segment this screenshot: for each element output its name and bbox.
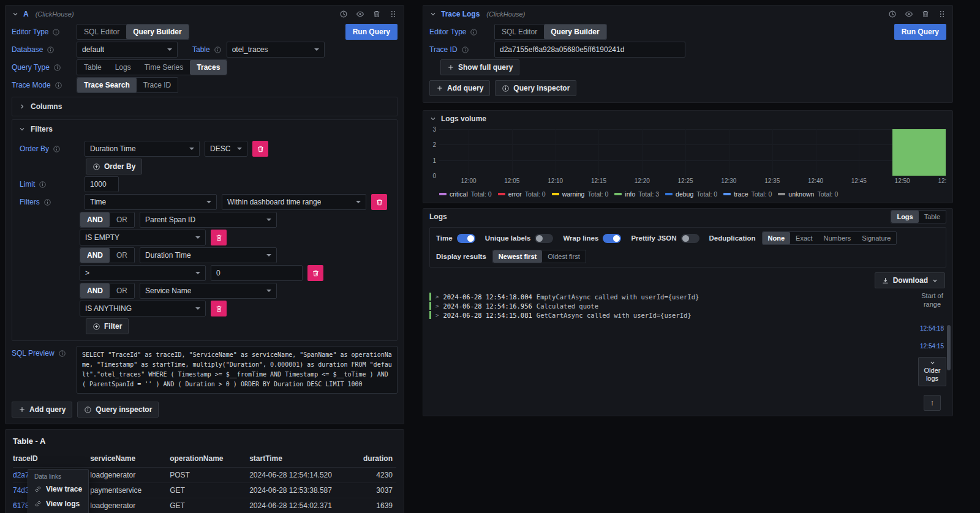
chevron-down-icon[interactable]	[429, 115, 437, 122]
sql-editor-option[interactable]: SQL Editor	[77, 24, 126, 39]
query-inspector-button[interactable]: Query inspector	[77, 402, 159, 418]
legend-item[interactable]: infoTotal: 3	[614, 190, 659, 198]
remove-condition-button[interactable]	[211, 230, 227, 245]
column-header-servicename[interactable]: serviceName	[90, 451, 170, 468]
filters-section-header[interactable]: Filters	[12, 120, 397, 138]
column-header-traceid[interactable]: traceID	[13, 451, 90, 468]
scrollbar-thumb[interactable]	[947, 325, 951, 370]
trash-icon[interactable]	[921, 10, 930, 18]
info-icon[interactable]	[53, 64, 61, 72]
logs-view-option[interactable]: Logs	[891, 211, 918, 223]
add-query-button[interactable]: Add query	[12, 402, 72, 418]
query-type-timeseries[interactable]: Time Series	[138, 60, 190, 75]
query-inspector-button[interactable]: Query inspector	[495, 80, 576, 96]
legend-item[interactable]: traceTotal: 0	[723, 190, 772, 198]
condition-field-select[interactable]: Parent Span ID	[140, 212, 277, 228]
view-logs-menu-item[interactable]: View logs	[28, 496, 88, 511]
eye-icon[interactable]	[356, 10, 364, 18]
collapse-chevron-icon[interactable]	[12, 10, 19, 18]
legend-item[interactable]: criticalTotal: 0	[439, 190, 492, 198]
legend-item[interactable]: unknownTotal: 0	[778, 190, 838, 198]
run-query-button[interactable]: Run Query	[894, 24, 946, 40]
collapse-chevron-icon[interactable]	[429, 10, 437, 18]
condition-value-input[interactable]	[211, 265, 303, 281]
condition-field-select[interactable]: Duration Time	[140, 247, 277, 263]
remove-order-by-button[interactable]	[252, 141, 268, 157]
eye-icon[interactable]	[905, 10, 913, 18]
info-icon[interactable]	[53, 145, 61, 153]
order-by-field-select[interactable]: Duration Time	[85, 141, 200, 157]
remove-condition-button[interactable]	[307, 265, 323, 281]
database-select[interactable]: default	[77, 42, 178, 58]
download-button[interactable]: Download	[875, 272, 945, 288]
log-row[interactable]: > 2024-06-28 12:54:16.956 Calculated quo…	[429, 301, 914, 310]
legend-item[interactable]: warningTotal: 0	[552, 190, 609, 198]
query-builder-option[interactable]: Query Builder	[544, 24, 606, 39]
or-option[interactable]: OR	[110, 212, 134, 227]
query-type-logs[interactable]: Logs	[108, 60, 138, 75]
order-by-direction-select[interactable]: DESC	[205, 141, 247, 157]
column-header-operationname[interactable]: operationName	[170, 451, 249, 468]
column-header-starttime[interactable]: startTime	[249, 451, 355, 468]
info-icon[interactable]	[55, 81, 62, 89]
info-icon[interactable]	[39, 181, 47, 189]
column-header-duration[interactable]: duration	[355, 451, 396, 468]
log-timestamp-marker[interactable]: 12:54:18	[920, 325, 944, 332]
sql-editor-option[interactable]: SQL Editor	[495, 24, 544, 39]
info-icon[interactable]	[52, 28, 60, 36]
info-icon[interactable]	[470, 28, 478, 36]
remove-filter-button[interactable]	[371, 194, 387, 210]
query-builder-option[interactable]: Query Builder	[126, 24, 188, 39]
filter-field-select[interactable]: Time	[85, 194, 217, 210]
info-icon[interactable]	[58, 350, 66, 358]
oldest-first-option[interactable]: Oldest first	[542, 250, 586, 263]
time-switch[interactable]	[457, 234, 475, 243]
dedup-numbers-option[interactable]: Numbers	[818, 232, 857, 244]
unique-labels-switch[interactable]	[535, 234, 553, 243]
info-icon[interactable]	[47, 46, 55, 54]
and-option[interactable]: AND	[80, 283, 110, 298]
scroll-to-top-button[interactable]: ↑	[924, 395, 941, 411]
and-option[interactable]: AND	[80, 212, 110, 227]
table-select[interactable]: otel_traces	[227, 42, 325, 58]
drag-handle-icon[interactable]	[938, 10, 946, 18]
older-logs-button[interactable]: Older logs	[918, 357, 946, 386]
condition-operator-select[interactable]: IS ANYTHING	[80, 301, 206, 316]
table-view-option[interactable]: Table	[919, 211, 946, 223]
drag-handle-icon[interactable]	[389, 10, 398, 18]
or-option[interactable]: OR	[110, 248, 134, 263]
query-type-traces[interactable]: Traces	[190, 60, 227, 75]
dedup-none-option[interactable]: None	[763, 232, 791, 244]
query-type-table[interactable]: Table	[77, 60, 108, 75]
newest-first-option[interactable]: Newest first	[493, 250, 542, 263]
trace-id-input[interactable]	[494, 42, 685, 58]
condition-field-select[interactable]: Service Name	[140, 283, 277, 299]
legend-item[interactable]: errorTotal: 0	[498, 190, 546, 198]
add-filter-button[interactable]: Filter	[86, 318, 129, 334]
log-row[interactable]: > 2024-06-28 12:54:18.004 EmptyCartAsync…	[429, 292, 914, 301]
run-query-button[interactable]: Run Query	[345, 24, 398, 40]
dedup-exact-option[interactable]: Exact	[790, 232, 818, 244]
view-trace-menu-item[interactable]: View trace	[28, 482, 88, 496]
dedup-signature-option[interactable]: Signature	[856, 232, 896, 244]
trash-icon[interactable]	[372, 10, 381, 18]
show-full-query-button[interactable]: Show full query	[440, 59, 519, 75]
info-icon[interactable]	[43, 198, 51, 206]
or-option[interactable]: OR	[110, 283, 134, 298]
add-query-button[interactable]: Add query	[429, 80, 490, 96]
add-order-by-button[interactable]: Order By	[86, 159, 142, 174]
history-icon[interactable]	[888, 10, 897, 18]
and-option[interactable]: AND	[80, 248, 110, 263]
history-icon[interactable]	[339, 10, 348, 18]
trace-search-option[interactable]: Trace Search	[77, 78, 137, 92]
trace-id-option[interactable]: Trace ID	[137, 78, 178, 92]
condition-operator-select[interactable]: >	[80, 265, 206, 281]
condition-operator-select[interactable]: IS EMPTY	[80, 230, 206, 245]
remove-condition-button[interactable]	[211, 301, 227, 316]
wrap-lines-switch[interactable]	[603, 234, 621, 243]
filter-operator-select[interactable]: Within dashboard time range	[222, 194, 366, 210]
log-timestamp-marker[interactable]: 12:54:15	[920, 343, 944, 350]
info-icon[interactable]	[214, 46, 222, 54]
info-icon[interactable]	[461, 46, 469, 54]
columns-section-header[interactable]: Columns	[12, 97, 397, 116]
